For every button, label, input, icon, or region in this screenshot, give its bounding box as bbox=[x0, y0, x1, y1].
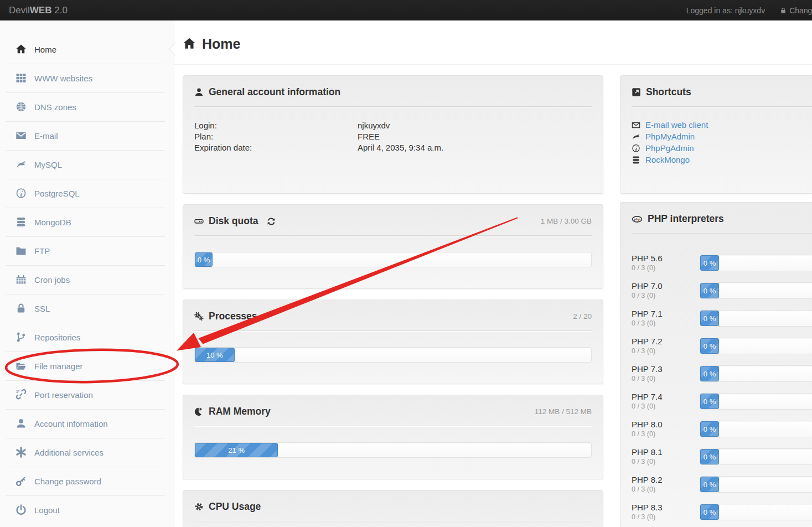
dolphin-icon bbox=[15, 159, 27, 170]
panel-header: CPU Usage bbox=[183, 490, 603, 521]
sidebar-item-label: Port reservation bbox=[34, 390, 93, 400]
sidebar-item-additional-services[interactable]: Additional services bbox=[0, 438, 174, 467]
php-progress-fill: 0 % bbox=[700, 283, 719, 298]
php-interpreter-row-php-8-3: PHP 8.3 0 / 3 (0) 0 % bbox=[632, 498, 812, 526]
php-interpreter-row-php-8-0: PHP 8.0 0 / 3 (0) 0 % bbox=[632, 415, 812, 443]
panel-ram-memory: RAM Memory 112 MB / 512 MB 21 % bbox=[183, 395, 603, 479]
php-version-label: PHP 8.0 bbox=[632, 419, 700, 430]
sidebar-item-label: Additional services bbox=[34, 448, 104, 457]
php-process-count: 0 / 3 (0) bbox=[632, 485, 700, 494]
pie-chart-icon bbox=[194, 407, 204, 416]
php-interpreter-row-php-7-3: PHP 7.3 0 / 3 (0) 0 % bbox=[632, 360, 812, 388]
sidebar-item-ssl[interactable]: SSL bbox=[0, 294, 174, 323]
external-link-icon bbox=[632, 87, 641, 97]
sidebar-item-label: Account information bbox=[34, 419, 108, 428]
left-column: General account information Login: njkuy… bbox=[183, 75, 603, 527]
sidebar-item-home[interactable]: Home bbox=[0, 35, 174, 64]
panel-title: Disk quota bbox=[209, 214, 258, 228]
panel-columns: General account information Login: njkuy… bbox=[183, 75, 812, 527]
panel-body: 21 % bbox=[183, 426, 603, 458]
php-interpreter-row-php-8-2: PHP 8.2 0 / 3 (0) 0 % bbox=[632, 471, 812, 498]
panel-header: php PHP interpreters bbox=[620, 203, 812, 233]
shortcut-link[interactable]: E-mail web client bbox=[645, 119, 708, 131]
user-icon bbox=[15, 418, 27, 429]
ram-progress-fill: 21 % bbox=[195, 443, 278, 457]
account-info-row-login: Login: njkuyxdv bbox=[194, 120, 592, 131]
php-interpreters-body: PHP 5.6 0 / 3 (0) 0 % PHP 7.0 0 / 3 (0) bbox=[620, 234, 812, 527]
php-process-count: 0 / 3 (0) bbox=[632, 457, 700, 467]
sidebar-item-port-reservation[interactable]: Port reservation bbox=[0, 380, 174, 409]
hdd-icon bbox=[194, 216, 204, 226]
account-info-row-plan: Plan: FREE bbox=[194, 131, 592, 142]
sidebar-item-label: Change password bbox=[34, 477, 101, 486]
sidebar-item-www-websites[interactable]: WWW websites bbox=[0, 64, 174, 92]
panel-general-account-information: General account information Login: njkuy… bbox=[183, 75, 603, 194]
panel-header: General account information bbox=[183, 76, 603, 106]
dolphin-icon bbox=[632, 132, 640, 141]
php-interpreter-row-php-7-4: PHP 7.4 0 / 3 (0) 0 % bbox=[632, 388, 812, 415]
panel-body: 10 % bbox=[183, 331, 603, 363]
power-icon bbox=[15, 504, 27, 515]
svg-text:php: php bbox=[634, 217, 640, 221]
sidebar-item-account-information[interactable]: Account information bbox=[0, 409, 174, 438]
php-version-label: PHP 7.4 bbox=[632, 391, 700, 402]
user-icon bbox=[194, 87, 204, 97]
panel-cpu-usage: CPU Usage bbox=[183, 490, 603, 527]
php-process-count: 0 / 3 (0) bbox=[632, 264, 700, 273]
calendar-icon bbox=[15, 274, 27, 285]
right-column: Shortcuts E-mail web client PhpMyAdmin bbox=[620, 75, 812, 527]
sidebar-item-dns-zones[interactable]: DNS zones bbox=[0, 92, 174, 121]
sidebar-item-file-manager[interactable]: File manager bbox=[0, 352, 174, 380]
panel-title: General account information bbox=[209, 85, 340, 99]
shortcut-link[interactable]: PhpPgAdmin bbox=[645, 142, 694, 154]
sidebar-item-repositories[interactable]: Repositories bbox=[0, 323, 174, 352]
php-interpreter-row-php-7-0: PHP 7.0 0 / 3 (0) 0 % bbox=[632, 277, 812, 304]
lock-icon bbox=[780, 7, 787, 14]
sidebar-item-mongodb[interactable]: MongoDB bbox=[0, 208, 174, 236]
php-progress-fill: 0 % bbox=[700, 504, 719, 520]
topbar-right: Logged in as: njkuyxdv Change password bbox=[686, 6, 812, 15]
php-version-label: PHP 7.1 bbox=[632, 308, 700, 319]
panel-header: Shortcuts bbox=[620, 76, 812, 106]
php-interpreter-meta: PHP 7.2 0 / 3 (0) bbox=[632, 336, 700, 356]
panel-processes: Processes 2 / 20 10 % bbox=[183, 299, 603, 384]
php-process-count: 0 / 3 (0) bbox=[632, 513, 700, 522]
panel-body: 0 % bbox=[183, 236, 603, 267]
panel-title: Shortcuts bbox=[646, 85, 691, 99]
sidebar-item-mysql[interactable]: MySQL bbox=[0, 150, 174, 179]
processes-usage-text: 2 / 20 bbox=[573, 309, 592, 323]
sidebar-item-logout[interactable]: Logout bbox=[0, 495, 174, 524]
asterisk-icon bbox=[15, 447, 27, 458]
topbar-change-password-link[interactable]: Change password bbox=[780, 6, 812, 15]
envelope-icon bbox=[15, 130, 27, 141]
brand-logo[interactable]: DevilWEB 2.0 bbox=[9, 5, 68, 16]
panel-header: RAM Memory 112 MB / 512 MB bbox=[183, 395, 603, 426]
shortcut-link[interactable]: RockMongo bbox=[645, 154, 690, 166]
php-interpreter-meta: PHP 8.2 0 / 3 (0) bbox=[632, 474, 700, 494]
sidebar-item-change-password[interactable]: Change password bbox=[0, 467, 174, 495]
sidebar-item-postgresql[interactable]: PostgreSQL bbox=[0, 179, 174, 208]
lock-icon bbox=[15, 303, 27, 314]
sidebar-item-label: MySQL bbox=[34, 160, 62, 169]
panel-shortcuts: Shortcuts E-mail web client PhpMyAdmin bbox=[620, 75, 812, 194]
refresh-icon[interactable] bbox=[267, 217, 276, 226]
sidebar-item-label: Home bbox=[34, 45, 56, 54]
shortcut-e-mail-web-client: E-mail web client bbox=[632, 119, 812, 131]
sidebar-item-e-mail[interactable]: E-mail bbox=[0, 121, 174, 150]
php-progressbar: 0 % bbox=[700, 504, 812, 520]
folder-open-icon bbox=[15, 360, 27, 371]
sidebar-item-cron-jobs[interactable]: Cron jobs bbox=[0, 265, 174, 294]
sidebar-item-ftp[interactable]: FTP bbox=[0, 236, 174, 265]
php-version-label: PHP 8.2 bbox=[632, 474, 700, 485]
php-progressbar: 0 % bbox=[700, 421, 812, 437]
shortcut-link[interactable]: PhpMyAdmin bbox=[645, 131, 695, 142]
sidebar-item-label: Cron jobs bbox=[34, 275, 70, 285]
sidebar-item-label: DNS zones bbox=[34, 102, 76, 112]
chain-broken-icon bbox=[15, 389, 27, 400]
php-version-label: PHP 5.6 bbox=[632, 253, 700, 264]
database-icon bbox=[632, 156, 640, 164]
shortcut-phpmyadmin: PhpMyAdmin bbox=[632, 131, 812, 142]
panel-header: Processes 2 / 20 bbox=[183, 300, 603, 330]
ram-progressbar: 21 % bbox=[194, 442, 592, 458]
php-version-label: PHP 7.3 bbox=[632, 364, 700, 374]
